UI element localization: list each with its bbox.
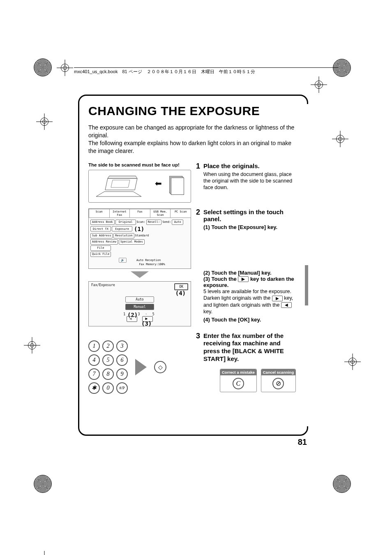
key-0[interactable]: 0 [102,382,114,394]
key-resell[interactable]: Resell: [146,220,162,225]
key-7[interactable]: 7 [88,368,100,380]
correct-mistake-box: Correct a mistake C [220,369,257,392]
key-1[interactable]: 1 [88,340,100,352]
step-number-3: 3 [196,332,203,394]
svg-marker-3 [111,180,130,187]
tab-ifax[interactable]: Internet Fax [109,209,130,217]
svg-marker-0 [96,192,141,197]
reg-cross-tr [311,76,327,93]
callout-4: (4) [175,290,186,296]
clear-key[interactable]: C [233,378,244,389]
stop-key[interactable]: ⊘ [272,378,284,389]
page-frame: CHANGING THE EXPOSURE The exposure can b… [78,95,308,436]
step-3-title: Enter the fax number of the receiving fa… [203,332,298,363]
key-file[interactable]: File [90,245,111,251]
step-2-note: 5 levels are available for the exposure.… [203,288,298,315]
step-2-sub4: (4) Touch the [OK] key. [203,317,298,323]
numeric-keypad: 1 2 3 4 5 6 7 8 9 ✱ 0 #/P [88,340,128,394]
step-2-sub2: (2) Touch the [Manual] key. [203,270,298,276]
exposure-scale: 1 · 3 · 5 [91,312,188,316]
step-3-row: 1 2 3 4 5 6 7 8 9 ✱ 0 #/P ◇ 3 [88,332,298,394]
key-3[interactable]: 3 [116,340,128,352]
intro-line-2: The following example explains how to da… [88,140,291,154]
lbl-send: Send: [162,220,171,224]
reg-mark-br [333,475,351,493]
reg-cross-tl [57,60,73,76]
bw-start-key[interactable]: ◇ [154,361,166,373]
callout-1: (1) [134,226,144,232]
reg-mark-tl [34,58,52,76]
page-title: CHANGING THE EXPOSURE [88,104,298,118]
manual-button[interactable]: Manual [125,304,154,310]
cancel-scanning-label: Cancel scanning [261,369,296,375]
reg-cross-ml [24,337,40,354]
tab-usb[interactable]: USB Mem. Scan [150,209,171,217]
key-star[interactable]: ✱ [88,382,100,394]
step-2-sub1: (1) Touch the [Exposure] key. [203,224,298,230]
scan-caption: The side to be scanned must be face up! [88,162,191,167]
key-5[interactable]: 5 [102,354,114,366]
ok-button[interactable]: OK [174,283,188,290]
key-special-modes[interactable]: Special Modes [119,239,145,245]
tab-fax[interactable]: Fax [129,209,150,217]
step-number-2: 2 [196,208,203,326]
key-6[interactable]: 6 [116,354,128,366]
step-1-body: When using the document glass, place the… [203,171,298,191]
key-sub-address[interactable]: Sub Address [90,233,113,238]
tab-scan[interactable]: Scan [89,209,110,217]
insert-arrow-icon: ⬅ [155,178,162,188]
step-2-sub3: (3) Touch the ▶ key to darken the exposu… [203,276,298,289]
key-2[interactable]: 2 [102,340,114,352]
key-direct-tx[interactable]: Direct TX [90,226,111,231]
callout-3: (3) [141,320,152,327]
key-hash[interactable]: #/P [116,382,128,394]
page-number: 81 [298,437,307,447]
lighten-button[interactable] [127,316,137,322]
auto-button[interactable]: Auto [125,296,154,303]
reg-cross-tr2 [332,131,348,147]
reg-cross-mr [344,354,361,370]
reg-mark-bl [34,475,52,493]
reg-cross-bl2 [36,551,53,555]
adf-drawing [96,175,150,197]
intro-text: The exposure can be changed as appropria… [88,124,298,155]
key-8[interactable]: 8 [102,368,114,380]
lbl-scan: Scan: [137,220,145,224]
step-number-1: 1 [196,162,203,203]
darken-key-icon-2: ▶ [272,296,283,301]
touch-panel-1: Scan Internet Fax Fax USB Mem. Scan PC S… [88,208,191,269]
key-9[interactable]: 9 [116,368,128,380]
reg-cross-tl2 [36,113,53,130]
panel2-title: Fax/Exposure [91,283,188,287]
intro-line-1: The exposure can be changed as appropria… [88,124,294,139]
step-1-row: The side to be scanned must be face up! … [88,162,298,203]
key-4[interactable]: 4 [88,354,100,366]
footer-fax-mem: Fax Memory:100% [139,263,165,266]
svg-marker-2 [108,176,137,178]
step-2-row: Scan Internet Fax Fax USB Mem. Scan PC S… [88,208,298,326]
scanner-illustration: ⬅ [88,170,191,203]
step-2-title: Select settings in the touch panel. [203,208,298,222]
proceed-arrow-icon [135,359,147,375]
lighten-key-icon: ◀ [281,302,292,308]
speaker-icon[interactable]: 🔊 [119,258,127,263]
section-tabs [305,104,308,426]
step-1-title: Place the originals. [203,162,298,169]
val-standard: Standard [135,234,149,237]
tab-pcscan[interactable]: PC Scan [170,209,191,217]
paper-stack-icon [168,176,184,178]
touch-panel-2: Fax/Exposure OK (4) Auto Manual (2) 1 · … [88,281,191,326]
print-header: mxc401_us_qck.book 81 ページ ２００８年１０月１６日 木曜… [74,67,339,75]
cancel-scanning-box: Cancel scanning ⊘ [261,369,296,392]
key-address-book[interactable]: Address Book [90,220,115,225]
key-resolution[interactable]: Resolution [113,233,134,238]
key-exposure[interactable]: Exposure [112,226,132,231]
key-address-review[interactable]: Address Review [90,239,118,245]
key-auto-send[interactable]: Auto [172,220,183,225]
darken-key-icon: ▶ [238,276,249,282]
footer-auto-rec: Auto Reception [136,259,161,262]
key-original[interactable]: Original [115,220,136,225]
key-quick-file[interactable]: Quick File [90,252,111,257]
flow-arrow-icon [131,271,149,278]
correct-mistake-label: Correct a mistake [220,369,256,375]
